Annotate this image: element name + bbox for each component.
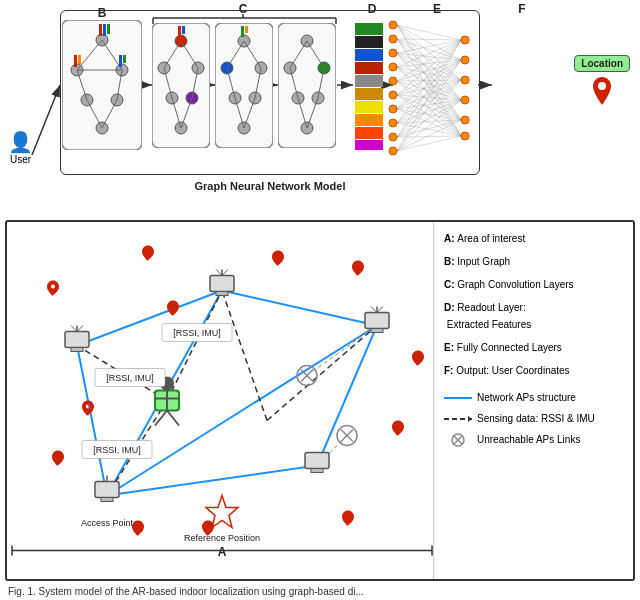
svg-rect-67 (241, 26, 244, 37)
svg-rect-36 (78, 55, 81, 64)
user-icon: 👤 (8, 130, 33, 154)
svg-marker-231 (468, 416, 472, 422)
svg-rect-38 (123, 55, 126, 63)
svg-line-132 (397, 40, 461, 81)
svg-point-99 (389, 119, 397, 127)
svg-text:F: F (518, 2, 525, 16)
svg-text:[RSSI, IMU]: [RSSI, IMU] (106, 373, 154, 383)
svg-rect-186 (71, 348, 83, 352)
svg-point-104 (461, 76, 469, 84)
blue-line-icon (444, 393, 472, 403)
f-output-block: Location (574, 55, 630, 109)
legend-text-e: Fully Connected Layers (457, 342, 562, 353)
legend-item-f: F: Output: User Coordinates (444, 362, 623, 379)
svg-point-168 (598, 82, 606, 90)
svg-rect-201 (101, 498, 113, 502)
svg-point-98 (389, 105, 397, 113)
svg-point-105 (461, 96, 469, 104)
legend-item-b: B: Input Graph (444, 253, 623, 270)
svg-rect-190 (210, 276, 234, 292)
user-label: User (10, 154, 31, 165)
legend-key-d: D: (444, 302, 457, 313)
svg-rect-86 (355, 75, 383, 87)
svg-line-123 (397, 53, 461, 100)
svg-point-107 (461, 132, 469, 140)
legend-panel: A: Area of interest B: Input Graph C: Gr… (433, 222, 633, 579)
svg-point-95 (389, 63, 397, 71)
legend-line-blue: Network APs structure (444, 389, 623, 406)
legend-text-b: Input Graph (457, 256, 510, 267)
gnn-label: Graph Neural Network Model (195, 180, 346, 192)
svg-text:A: A (218, 545, 227, 559)
svg-point-103 (461, 56, 469, 64)
svg-text:[RSSI, IMU]: [RSSI, IMU] (93, 445, 141, 455)
neural-network-svg (385, 15, 473, 157)
svg-rect-68 (245, 26, 248, 33)
location-badge: Location (574, 55, 630, 72)
network-diagram-svg: A (7, 222, 442, 579)
svg-line-127 (397, 60, 461, 67)
bottom-area: A (5, 220, 635, 581)
unreachable-icon (444, 432, 472, 448)
legend-line-blue-text: Network APs structure (477, 389, 576, 406)
legend-key-c: C: (444, 279, 457, 290)
graph-b-svg (62, 20, 142, 150)
top-diagram: B C D E F Graph Neural Network Model 👤 U… (0, 0, 640, 220)
svg-rect-33 (103, 24, 106, 36)
svg-line-129 (397, 67, 461, 100)
svg-text:[RSSI, IMU]: [RSSI, IMU] (173, 328, 221, 338)
svg-rect-87 (355, 88, 383, 100)
svg-point-102 (461, 36, 469, 44)
svg-rect-90 (355, 127, 383, 139)
svg-rect-37 (119, 55, 122, 67)
legend-text-a: Area of interest (457, 233, 525, 244)
legend-item-d: D: Readout Layer: Extracted Features (444, 299, 623, 333)
svg-point-96 (389, 77, 397, 85)
legend-line-unreachable: Unreachable APs Links (444, 431, 623, 448)
svg-point-92 (389, 21, 397, 29)
dashed-line-icon (444, 414, 472, 424)
svg-rect-203 (305, 453, 329, 469)
svg-line-134 (397, 80, 461, 81)
legend-key-a: A: (444, 233, 457, 244)
svg-line-2 (32, 85, 60, 155)
svg-rect-53 (182, 26, 185, 34)
svg-text:Reference Position: Reference Position (184, 533, 260, 543)
svg-rect-34 (107, 24, 110, 34)
legend-text-c: Graph Convolution Layers (457, 279, 573, 290)
svg-rect-83 (355, 36, 383, 48)
legend-line-dashed-text: Sensing data: RSSI & IMU (477, 410, 595, 427)
graph-c3-svg (278, 23, 336, 148)
svg-rect-191 (216, 292, 228, 296)
figure-caption: Fig. 1. System model of the AR-based ind… (0, 583, 640, 600)
caption-text: Fig. 1. System model of the AR-based ind… (8, 586, 364, 597)
svg-rect-204 (311, 469, 323, 473)
svg-rect-85 (355, 62, 383, 74)
svg-rect-82 (355, 23, 383, 35)
svg-point-93 (389, 35, 397, 43)
graph-c2-svg (215, 23, 273, 148)
svg-line-122 (397, 53, 461, 80)
legend-item-a: A: Area of interest (444, 230, 623, 247)
legend-item-e: E: Fully Connected Layers (444, 339, 623, 356)
legend-text-f: Output: User Coordinates (456, 365, 569, 376)
svg-rect-32 (99, 24, 102, 36)
main-container: B C D E F Graph Neural Network Model 👤 U… (0, 0, 640, 600)
svg-point-100 (389, 133, 397, 141)
svg-rect-88 (355, 101, 383, 113)
d-color-strips (355, 23, 383, 151)
graph-c1-svg (152, 23, 210, 148)
svg-rect-185 (65, 332, 89, 348)
svg-rect-35 (74, 55, 77, 67)
svg-point-101 (389, 147, 397, 155)
svg-rect-200 (95, 482, 119, 498)
svg-rect-195 (365, 313, 389, 329)
svg-point-97 (389, 91, 397, 99)
svg-text:Access Point: Access Point (81, 518, 134, 528)
location-pin-icon (590, 77, 614, 109)
legend-key-f: F: (444, 365, 456, 376)
svg-rect-84 (355, 49, 383, 61)
svg-rect-89 (355, 114, 383, 126)
svg-line-161 (397, 136, 461, 137)
legend-line-unreachable-text: Unreachable APs Links (477, 431, 580, 448)
